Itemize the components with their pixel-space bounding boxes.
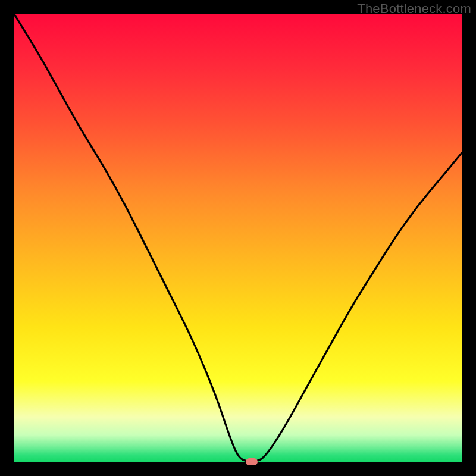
plot-area — [14, 14, 462, 462]
chart-frame: TheBottleneck.com — [0, 0, 476, 476]
optimal-point-marker — [246, 458, 258, 465]
watermark-text: TheBottleneck.com — [357, 1, 471, 17]
bottleneck-curve — [14, 14, 462, 462]
